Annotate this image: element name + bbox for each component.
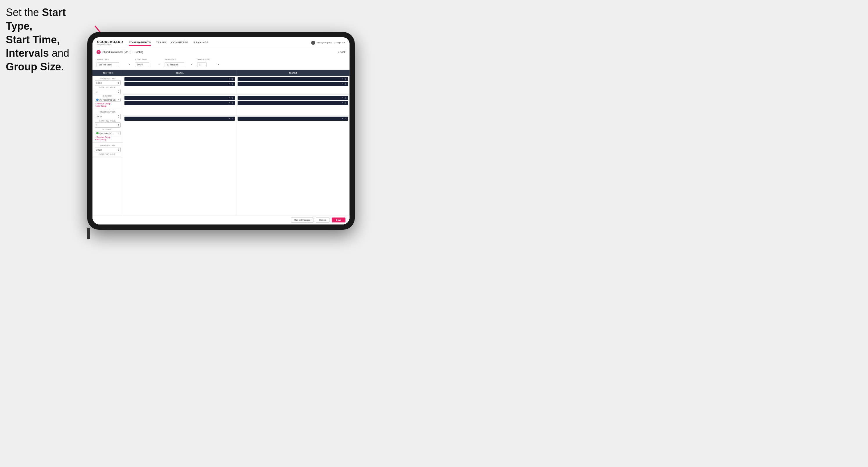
start-type-group: Start Type 1st Tee Start Shotgun Start: [97, 58, 131, 67]
intervals-label: Intervals: [164, 58, 194, 61]
starting-hole-label-3: STARTING HOLE:: [95, 153, 121, 155]
scroll-area[interactable]: STARTING TIME: 10:00 ▲ ▼ STARTING HOLE: …: [92, 76, 349, 215]
starting-hole-label-2: STARTING HOLE:: [95, 120, 121, 122]
instruction-text: Set the Start Type, Start Time, Interval…: [6, 6, 93, 74]
player-remove-icon[interactable]: ✕: [342, 102, 343, 104]
group-size-label: Group Size: [197, 58, 220, 61]
logo-text: SCOREBOARD: [97, 40, 123, 43]
start-type-label: Start Type: [97, 58, 131, 61]
footer-bar: Reset Changes Cancel Save: [92, 215, 349, 224]
cancel-button[interactable]: Cancel: [316, 217, 330, 223]
player-remove-icon[interactable]: ✕: [228, 118, 230, 120]
nav-user: blair@clippd.io | Sign out: [311, 41, 345, 45]
col-header-team2: Team 2: [237, 70, 349, 76]
hole-stepper-1[interactable]: ▲ ▼: [118, 90, 119, 93]
start-time-select[interactable]: 10:00 10:10 10:20: [135, 62, 149, 67]
nav-tab-tournaments[interactable]: TOURNAMENTS: [129, 40, 151, 45]
player-remove-icon[interactable]: ✕: [342, 83, 343, 85]
player-move-icon[interactable]: ⇅: [231, 83, 233, 85]
team2-group1-player1: ✕ ⇅: [238, 77, 348, 81]
team2-group2-player2: ✕ ⇅: [238, 101, 348, 105]
player-remove-icon[interactable]: ✕: [342, 78, 343, 80]
course-tag-2: East Lake GC ✕: [95, 131, 121, 135]
team1-group1-player2: ✕ ⇅: [124, 82, 235, 86]
player-move-icon[interactable]: ⇅: [231, 78, 233, 80]
reset-button[interactable]: Reset Changes: [291, 217, 313, 223]
starting-time-value-2: 10:10 ▲ ▼: [95, 114, 121, 119]
course-remove-2[interactable]: ✕: [118, 132, 119, 134]
player-move-icon[interactable]: ⇅: [231, 97, 233, 99]
player-remove-icon[interactable]: ✕: [342, 97, 343, 99]
back-button[interactable]: ‹ Back: [338, 51, 345, 54]
group-size-select-wrapper[interactable]: 3 4 2: [197, 61, 220, 67]
start-time-label: Start Time: [135, 58, 161, 61]
team1-group1: ✕ ⇅ ✕ ⇅: [123, 76, 236, 95]
team-2-column: ✕ ⇅ ✕ ⇅ ✕: [237, 76, 349, 215]
starting-time-label-2: STARTING TIME:: [95, 111, 121, 113]
player-move-icon[interactable]: ⇅: [231, 118, 233, 120]
player-remove-icon[interactable]: ✕: [228, 97, 230, 99]
player-move-icon[interactable]: ⇅: [345, 83, 346, 85]
team1-group2-player2: ✕ ⇅: [124, 101, 235, 105]
breadcrumb-logo: C: [97, 50, 101, 54]
nav-tab-rankings[interactable]: RANKINGS: [193, 40, 209, 45]
player-move-icon[interactable]: ⇅: [345, 118, 346, 120]
intervals-select-wrapper[interactable]: 10 Minutes 8 Minutes 12 Minutes: [164, 61, 194, 67]
tablet-side-tab: [87, 228, 90, 239]
time-stepper-1[interactable]: ▲ ▼: [118, 81, 119, 85]
tablet-device: SCOREBOARD Powered by clippd TOURNAMENTS…: [87, 32, 355, 230]
player-remove-icon[interactable]: ✕: [228, 83, 230, 85]
main-content: STARTING TIME: 10:00 ▲ ▼ STARTING HOLE: …: [92, 76, 349, 215]
team2-group3-player1: ✕ ⇅: [238, 117, 348, 121]
tee-column: STARTING TIME: 10:00 ▲ ▼ STARTING HOLE: …: [92, 76, 123, 215]
starting-time-label-1: STARTING TIME:: [95, 77, 121, 80]
instruction-line4-normal: .: [61, 61, 64, 73]
starting-time-value-3: 10:20 ▲ ▼: [95, 147, 121, 152]
player-move-icon[interactable]: ⇅: [345, 97, 346, 99]
group-block-3: STARTING TIME: 10:20 ▲ ▼ STARTING HOLE:: [92, 143, 123, 158]
player-move-icon[interactable]: ⇅: [345, 78, 346, 80]
group-block-2: STARTING TIME: 10:10 ▲ ▼ STARTING HOLE: …: [92, 109, 123, 143]
start-time-select-wrapper[interactable]: 10:00 10:10 10:20: [135, 61, 161, 67]
course-label-2: COURSE:: [95, 128, 121, 130]
start-type-select[interactable]: 1st Tee Start Shotgun Start: [97, 62, 119, 67]
nav-tab-teams[interactable]: TEAMS: [156, 40, 166, 45]
sign-out-link[interactable]: Sign out: [336, 41, 345, 44]
team2-group1: ✕ ⇅ ✕ ⇅: [237, 76, 349, 95]
start-time-group: Start Time 10:00 10:10 10:20: [135, 58, 161, 67]
col-header-tee: Tee Time: [92, 70, 123, 76]
hole-stepper-2[interactable]: ▲ ▼: [118, 123, 119, 127]
team2-group2: ✕ ⇅ ✕ ⇅: [237, 95, 349, 116]
breadcrumb-tournament[interactable]: Clippd Invitational (Ma...): [102, 51, 131, 54]
nav-tabs: TOURNAMENTS TEAMS COMMITTEE RANKINGS: [129, 40, 311, 45]
starting-hole-value-2: 1 ▲ ▼: [95, 122, 121, 128]
team2-group3: ✕ ⇅: [237, 116, 349, 123]
nav-separator: |: [334, 41, 335, 44]
player-remove-icon[interactable]: ✕: [228, 78, 230, 80]
instruction-line2-bold: Start Time,: [6, 34, 60, 45]
course-remove-1[interactable]: ✕: [118, 99, 119, 101]
player-remove-icon[interactable]: ✕: [228, 102, 230, 104]
user-email: blair@clippd.io: [317, 41, 332, 44]
starting-hole-label-1: STARTING HOLE:: [95, 86, 121, 88]
nav-tab-committee[interactable]: COMMITTEE: [171, 40, 188, 45]
add-group-1[interactable]: + Add Group: [95, 105, 121, 107]
save-button[interactable]: Save: [332, 218, 345, 222]
start-type-select-wrapper[interactable]: 1st Tee Start Shotgun Start: [97, 61, 131, 67]
course-name-2: East Lake GC: [99, 132, 116, 134]
table-header: Tee Time Team 1 Team 2: [92, 70, 349, 76]
remove-group-1[interactable]: ○ Remove Group: [95, 103, 121, 105]
group-size-select[interactable]: 3 4 2: [197, 62, 207, 67]
remove-group-2[interactable]: ○ Remove Group: [95, 136, 121, 138]
starting-hole-value-1: 1 ▲ ▼: [95, 89, 121, 94]
time-stepper-2[interactable]: ▲ ▼: [118, 115, 119, 118]
intervals-select[interactable]: 10 Minutes 8 Minutes 12 Minutes: [164, 62, 184, 67]
breadcrumb-page: Hosting: [135, 51, 144, 54]
settings-row: Start Type 1st Tee Start Shotgun Start S…: [92, 56, 349, 70]
player-remove-icon[interactable]: ✕: [342, 118, 343, 120]
time-stepper-3[interactable]: ▲ ▼: [118, 148, 119, 152]
player-move-icon[interactable]: ⇅: [231, 102, 233, 104]
player-move-icon[interactable]: ⇅: [345, 102, 346, 104]
course-icon-1: [96, 99, 99, 101]
add-group-2[interactable]: + Add Group: [95, 138, 121, 141]
